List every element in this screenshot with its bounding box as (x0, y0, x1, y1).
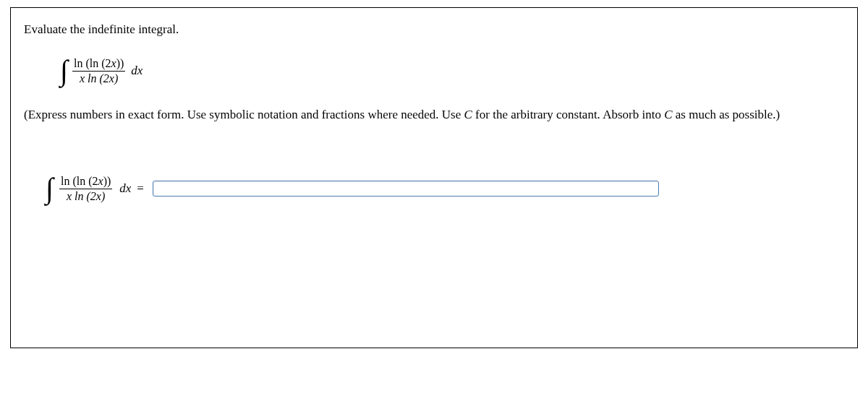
differential: dx (119, 181, 131, 196)
integral-expression: ∫ ln (ln (2x)) x ln (2x) dx (60, 57, 844, 85)
question-container: Evaluate the indefinite integral. ∫ ln (… (10, 7, 858, 348)
integral-sign-icon: ∫ (60, 59, 68, 82)
hint-part: (Express numbers in exact form. Use symb… (24, 108, 464, 121)
constant-c: C (464, 108, 472, 121)
constant-c: C (664, 108, 672, 121)
fraction: ln (ln (2x)) x ln (2x) (59, 175, 112, 202)
integral-sign-icon: ∫ (46, 177, 54, 200)
differential: dx (131, 64, 142, 78)
denominator: x ln (2x) (78, 72, 119, 85)
numerator: ln (ln (2x)) (59, 175, 112, 189)
question-prompt: Evaluate the indefinite integral. (24, 22, 844, 37)
answer-row: ∫ ln (ln (2x)) x ln (2x) dx = (46, 175, 844, 202)
hint-part: for the arbitrary constant. Absorb into (472, 108, 664, 121)
hint-text: (Express numbers in exact form. Use symb… (24, 105, 844, 124)
denominator: x ln (2x) (65, 189, 106, 203)
hint-part: as much as possible.) (673, 108, 780, 121)
equals-sign: = (137, 181, 144, 196)
fraction: ln (ln (2x)) x ln (2x) (72, 57, 125, 85)
numerator: ln (ln (2x)) (72, 57, 125, 72)
answer-input[interactable] (153, 181, 659, 197)
